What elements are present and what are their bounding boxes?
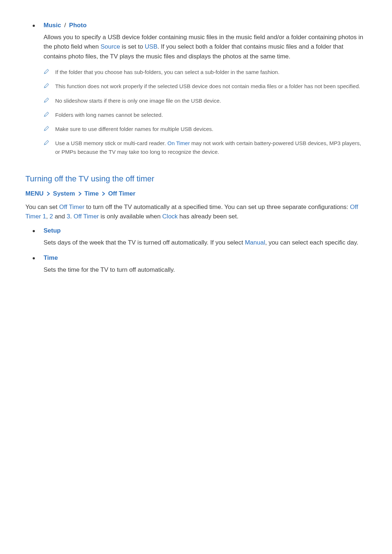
pencil-note-icon [44,83,49,89]
label-slash: / [62,22,68,29]
section-heading-off-timer: Turning off the TV using the off timer [25,174,367,184]
pencil-note-icon [44,126,49,131]
chevron-right-icon [46,192,50,196]
highlight-source: Source [101,43,120,50]
bullet-dot-icon [33,25,35,27]
bullet-dot-icon [33,230,35,232]
pencil-note-icon [44,97,49,103]
bullet-setup: Setup [33,227,367,234]
note-5: Make sure to use different folder names … [44,125,367,133]
p-text-4: has already been set. [178,213,238,220]
highlight-manual: Manual [245,239,265,246]
highlight-off-timer-label2: 2 [49,213,53,220]
bullet-music-photo: Music / Photo [33,22,367,29]
note-2: This function does not work properly if … [44,82,367,90]
highlight-on-timer: On Timer [167,140,190,146]
note-3: No slideshow starts if there is only one… [44,97,367,105]
note-5-text: Make sure to use different folder names … [55,125,213,133]
breadcrumb-time: Time [85,190,99,197]
bullet-body-music-photo: Allows you to specify a USB device folde… [44,33,367,61]
note-1: If the folder that you choose has sub-fo… [44,68,367,76]
note-6-pre: Use a USB memory stick or multi-card rea… [55,140,167,146]
note-6: Use a USB memory stick or multi-card rea… [44,139,367,156]
chevron-right-icon [102,192,105,196]
bullet-title-music-photo: Music / Photo [44,22,87,29]
pencil-note-icon [44,111,49,117]
p-and: and [53,213,67,220]
bullet-title-time: Time [44,254,58,262]
chevron-right-icon [78,192,82,196]
note-2-text: This function does not work properly if … [55,82,360,90]
pencil-note-icon [44,140,49,145]
document-page: Music / Photo Allows you to specify a US… [0,0,392,303]
breadcrumb-off-timer: MENU System Time Off Timer [25,190,367,197]
note-3-text: No slideshow starts if there is only one… [55,97,221,105]
note-4: Folders with long names cannot be select… [44,111,367,119]
note-1-text: If the folder that you choose has sub-fo… [55,68,279,76]
highlight-clock: Clock [162,213,178,220]
note-6-text: Use a USB memory stick or multi-card rea… [55,139,367,156]
highlight-off-timer-2: Off Timer [74,213,99,220]
highlight-off-timer-1: Off Timer [59,204,85,210]
p-text-1: You can set [25,204,59,210]
breadcrumb-menu: MENU [25,190,44,197]
breadcrumb-system: System [53,190,75,197]
setup-body-pre: Sets days of the week that the TV is tur… [44,239,245,246]
text-body-mid1: is set to [120,43,145,50]
setup-body-post: , you can select each specific day. [265,239,358,246]
pencil-note-icon [44,69,49,74]
bullet-time: Time [33,254,367,262]
p-text-2: to turn off the TV automatically at a sp… [85,204,350,210]
bullet-title-setup: Setup [44,227,61,234]
p-dot: . [70,213,73,220]
bullet-dot-icon [33,257,35,259]
highlight-usb: USB [145,43,158,50]
note-4-text: Folders with long names cannot be select… [55,111,163,119]
off-timer-paragraph: You can set Off Timer to turn off the TV… [25,202,367,222]
p-text-3: is only available when [99,213,162,220]
bullet-body-setup: Sets days of the week that the TV is tur… [44,238,367,247]
label-photo: Photo [69,22,86,29]
highlight-off-timer-label3: 3 [67,213,70,220]
breadcrumb-off-timer-leaf: Off Timer [108,190,135,197]
bullet-body-time: Sets the time for the TV to turn off aut… [44,265,367,275]
label-music: Music [44,22,61,29]
